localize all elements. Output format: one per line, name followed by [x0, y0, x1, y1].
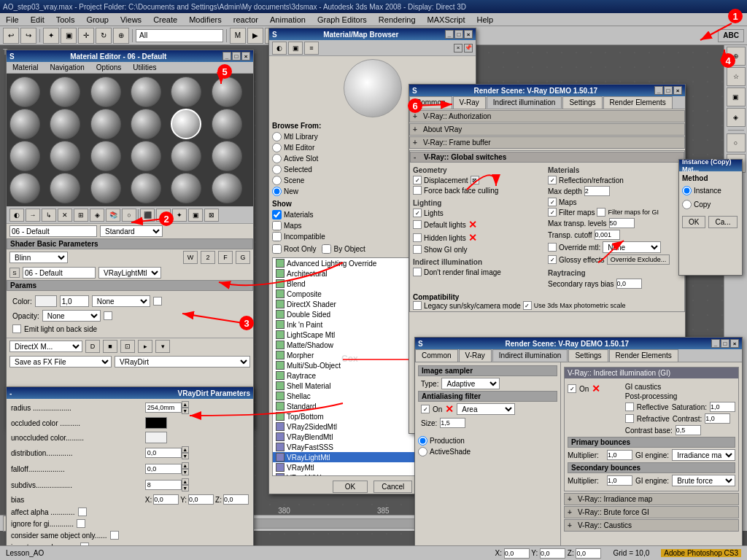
mat-menu-navigation[interactable]: Navigation	[47, 63, 88, 72]
bias-z-input[interactable]	[223, 494, 249, 505]
show-incompatible-check[interactable]	[272, 232, 282, 241]
copy-radio[interactable]	[682, 200, 692, 209]
menu-maxscript[interactable]: MAXScript	[425, 15, 468, 25]
mat-ball-18[interactable]	[212, 141, 242, 171]
mat-put-btn[interactable]: →	[26, 209, 40, 222]
redo-button[interactable]: ↪	[20, 28, 36, 44]
mat-ball-9[interactable]	[90, 109, 121, 139]
displacement-icon[interactable]: ⊠	[471, 176, 479, 184]
y-coord-input[interactable]	[540, 548, 565, 559]
contrast-base-input[interactable]	[676, 425, 701, 435]
shader-type-dropdown[interactable]: Blinn	[9, 252, 68, 263]
mat-ball-3[interactable]	[90, 77, 121, 107]
gi-on-check[interactable]	[568, 384, 576, 393]
mb-close2[interactable]: ×	[454, 44, 462, 52]
maps-check[interactable]	[548, 198, 557, 206]
rs2-tab-settings[interactable]: Settings	[568, 349, 608, 362]
instance-ok-button[interactable]: OK	[682, 216, 705, 228]
falloff-arrows[interactable]: ▲ ▼	[182, 462, 189, 475]
directx-btn3[interactable]: ⊡	[120, 340, 135, 353]
mb-pin[interactable]: 📌	[464, 44, 473, 52]
rs-close[interactable]: ×	[673, 86, 682, 95]
layer-dropdown[interactable]: All	[136, 29, 223, 42]
browse-scene-radio[interactable]	[272, 176, 282, 185]
mat-put-lib-btn[interactable]: 📚	[106, 209, 120, 222]
photometric-check[interactable]	[523, 301, 532, 310]
side-btn-3[interactable]: ▣	[727, 88, 746, 106]
rs-maximize[interactable]: □	[664, 86, 673, 95]
falloff-up[interactable]: ▲	[182, 462, 189, 469]
menu-tools[interactable]: Tools	[53, 15, 78, 25]
side-btn-4[interactable]: ◈	[727, 108, 746, 127]
mat-bg-btn[interactable]: ⬛	[140, 209, 155, 222]
side-btn-5[interactable]: ○	[727, 133, 746, 152]
radius-arrows[interactable]: ▲ ▼	[182, 401, 189, 414]
mat-ball-23[interactable]	[171, 173, 201, 203]
mat-browser-cancel-button[interactable]: Cancel	[374, 481, 412, 493]
distribution-arrows[interactable]: ▲ ▼	[182, 446, 189, 459]
instance-cancel-button[interactable]: Ca...	[708, 216, 737, 228]
instance-radio[interactable]	[682, 186, 692, 195]
default-lights-check[interactable]	[413, 220, 422, 229]
menu-graph-editors[interactable]: Graph Editors	[314, 15, 370, 25]
radius-input[interactable]	[145, 402, 182, 413]
mat-ball-24[interactable]	[212, 173, 242, 203]
maximize-btn[interactable]: □	[232, 52, 241, 61]
mat-ball-active[interactable]	[171, 109, 201, 139]
mat-sphere-btn[interactable]: ○	[122, 209, 136, 222]
mb-btn3[interactable]: ≡	[304, 42, 319, 55]
activeshade-radio[interactable]	[418, 447, 427, 456]
gi-engine2-dropdown[interactable]: Brute force	[672, 475, 735, 486]
rs-minimize[interactable]: _	[654, 86, 663, 95]
bias-y-input[interactable]	[188, 494, 214, 505]
select-region-button[interactable]: ▣	[61, 28, 77, 44]
mb-btn1[interactable]: ◐	[272, 42, 287, 55]
falloff-input[interactable]	[145, 464, 182, 474]
mat-ball-19[interactable]	[9, 173, 40, 203]
browse-new-radio[interactable]	[272, 187, 282, 196]
show-maps-check[interactable]	[272, 221, 282, 230]
material-name-input[interactable]	[9, 225, 97, 237]
select-button[interactable]: ✦	[43, 28, 59, 44]
legacy-sun-check[interactable]	[413, 301, 422, 310]
dont-render-check[interactable]	[413, 268, 422, 276]
mat-assign-btn[interactable]: ↳	[42, 209, 56, 222]
unoccluded-color-swatch[interactable]	[145, 432, 167, 443]
rs2-maximize[interactable]: □	[721, 339, 729, 348]
menu-rendering[interactable]: Rendering	[376, 15, 419, 25]
distribution-spinbox[interactable]: ▲ ▼	[145, 446, 249, 459]
mat-ball-1[interactable]	[9, 77, 40, 107]
root-only-check[interactable]	[272, 244, 282, 254]
rs2-minimize[interactable]: _	[711, 339, 720, 348]
mat-ball-22[interactable]	[131, 173, 161, 203]
displacement-check[interactable]	[413, 176, 422, 184]
opacity-map-dropdown[interactable]: None	[42, 310, 101, 322]
minimize-btn[interactable]: _	[222, 52, 231, 61]
undo-button[interactable]: ↩	[3, 28, 19, 44]
subdivs-down[interactable]: ▼	[182, 485, 189, 491]
copy-option[interactable]: Copy	[682, 199, 739, 210]
transp-cutoff-input[interactable]	[595, 230, 620, 240]
bias-x-input[interactable]	[153, 494, 179, 505]
mb-close[interactable]: ×	[464, 30, 473, 39]
x-coord-input[interactable]	[504, 548, 530, 559]
saturation-input[interactable]	[710, 402, 735, 412]
material-type-dropdown[interactable]: Standard VRayMtl VRayLightMtl	[100, 225, 163, 237]
emit-back-checkbox[interactable]	[12, 324, 21, 333]
dist-up[interactable]: ▲	[182, 446, 189, 453]
move-button[interactable]: ✛	[78, 28, 94, 44]
affect-alpha-check[interactable]	[78, 508, 87, 516]
rs2-tab-vray[interactable]: V-Ray	[459, 349, 492, 362]
mat-ball-21[interactable]	[90, 173, 121, 203]
mat-ball-17[interactable]	[171, 141, 201, 171]
activeshade-option[interactable]: ActiveShade	[418, 446, 557, 457]
menu-create[interactable]: Create	[150, 15, 180, 25]
mat-ball-5[interactable]	[171, 77, 201, 107]
subdivs-up[interactable]: ▲	[182, 478, 189, 485]
opacity-checkbox[interactable]	[104, 311, 112, 320]
menu-animation[interactable]: Animation	[267, 15, 309, 25]
tab-vray[interactable]: V-Ray	[453, 96, 486, 109]
brute-force-row[interactable]: + V-Ray:: Brute force GI	[564, 506, 739, 518]
directx-btn2[interactable]: ■	[103, 340, 117, 353]
mat-ball-16[interactable]	[131, 141, 161, 171]
